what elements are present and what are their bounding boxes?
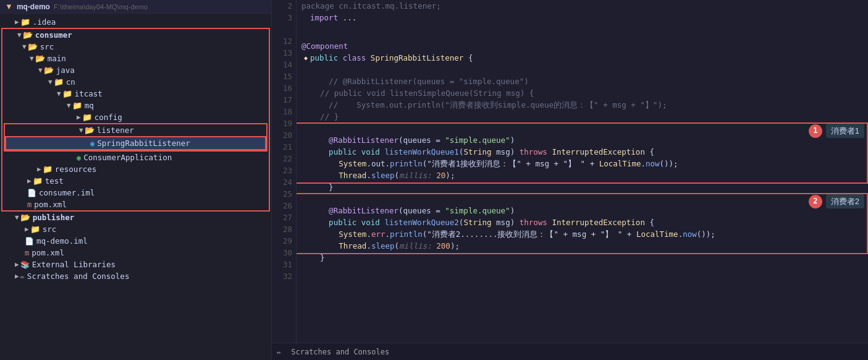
code-line-21: @RabbitListener(queues = "simple.queue") <box>301 134 868 146</box>
code-line-31: } <box>301 252 868 264</box>
scratches-label[interactable]: Scratches and Consoles <box>291 348 389 356</box>
listener-red-box: ▼ 📂 listener ◉ SpringRabbitListener <box>4 123 268 152</box>
java-app-icon: ◉ <box>77 153 81 162</box>
folder-icon: 📁 <box>82 113 92 122</box>
code-line-13: @Component <box>301 40 868 52</box>
code-line-16: // @RabbitListener(queues = "simple.queu… <box>301 75 868 87</box>
sidebar-item-java[interactable]: ▼ 📂 java <box>2 64 269 76</box>
code-line-23: System.out.println("消费者1接收到消息：【" + msg +… <box>301 158 868 169</box>
sidebar-label-scratches: Scratches and Consoles <box>27 272 271 281</box>
sidebar-label-consumer-app: ConsumerApplication <box>83 153 269 162</box>
sidebar-label-src-publisher: src <box>43 225 271 234</box>
sidebar-label-idea: .idea <box>33 17 271 27</box>
folder-icon: 📁 <box>43 165 53 174</box>
project-name: mq-demo <box>17 2 50 11</box>
code-line-27: @RabbitListener(queues = "simple.queue") <box>301 205 868 216</box>
code-line-28: public void listenWorkQueue2(String msg)… <box>301 216 868 228</box>
sidebar-label-cn: cn <box>66 77 269 87</box>
sidebar-label-external-libs: External Libraries <box>32 260 271 269</box>
sidebar-label-resources: resources <box>55 165 269 174</box>
sidebar-content: ▶ 📁 .idea ▼ 📂 consumer ▼ 📂 src <box>0 14 271 360</box>
code-line-29: System.err.println("消费者2........接收到消息：【"… <box>301 228 868 240</box>
folder-icon: 📁 <box>72 101 82 110</box>
sidebar-item-main[interactable]: ▼ 📂 main <box>2 53 269 64</box>
bottom-bar: ✏️ Scratches and Consoles <box>272 343 868 360</box>
iml-icon: 📄 <box>25 237 34 246</box>
sidebar-label-src: src <box>40 42 269 51</box>
code-line-14: ◆ public class SpringRabbitListener { <box>301 52 868 64</box>
sidebar-label-mq-demo-iml: mq-demo.iml <box>36 236 271 246</box>
code-line-26 <box>301 193 868 205</box>
project-title: ▼ mq-demo F:\itheima\day04-MQ\mq-demo <box>0 0 271 14</box>
sidebar-item-idea[interactable]: ▶ 📁 .idea <box>0 16 271 28</box>
code-line-22: public void listenWorkQueue1(String msg)… <box>301 146 868 158</box>
folder-icon: 📁 <box>54 77 64 87</box>
sidebar-item-src[interactable]: ▼ 📂 src <box>2 41 269 53</box>
code-line-19: // } <box>301 111 868 122</box>
code-line-3: import ... <box>301 12 868 24</box>
sidebar-item-itcast[interactable]: ▼ 📁 itcast <box>2 88 269 100</box>
java-class-icon: ◉ <box>90 139 95 148</box>
code-line-gap <box>301 24 868 28</box>
folder-icon: 📁 <box>33 176 43 186</box>
folder-open-icon: 📂 <box>20 213 30 222</box>
line-numbers: 2 3 - 12 13 14 15 16 17 18 19 20 21 22 2… <box>272 0 297 343</box>
sidebar-label-spring-rabbit-listener: SpringRabbitListener <box>97 139 265 148</box>
main-layout: ▼ mq-demo F:\itheima\day04-MQ\mq-demo ▶ … <box>0 0 868 360</box>
code-line-12 <box>301 28 868 40</box>
consumer-red-box: ▼ 📂 consumer ▼ 📂 src ▼ 📂 main <box>1 28 270 212</box>
scratch-icon: ✏️ <box>20 272 25 281</box>
sidebar-item-src-publisher[interactable]: ▶ 📁 src <box>0 223 271 235</box>
sidebar-item-cn[interactable]: ▼ 📁 cn <box>2 76 269 88</box>
xml-icon: m <box>25 249 29 257</box>
sidebar-item-consumer-app[interactable]: ◉ ConsumerApplication <box>2 152 269 163</box>
sidebar-label-main: main <box>48 54 269 63</box>
folder-icon: 📁 <box>62 89 72 98</box>
sidebar-label-pom-publisher: pom.xml <box>32 248 271 257</box>
sidebar-label-pom-consumer: pom.xml <box>34 200 269 209</box>
code-panel: 2 3 - 12 13 14 15 16 17 18 19 20 21 22 2… <box>272 0 868 360</box>
folder-icon: 📂 <box>28 42 38 51</box>
scratch-bottom-icon: ✏️ <box>277 348 281 356</box>
iml-icon: 📄 <box>27 189 36 197</box>
sidebar-item-pom-publisher[interactable]: m pom.xml <box>0 247 271 259</box>
sidebar-item-publisher[interactable]: ▼ 📂 publisher <box>0 212 271 223</box>
collapse-arrow: ▶ <box>15 18 19 26</box>
code-lines: package cn.itcast.mq.listener; import ..… <box>297 0 868 343</box>
project-path: F:\itheima\day04-MQ\mq-demo <box>54 3 148 11</box>
code-line-18: // System.out.println("消费者接收到simple.queu… <box>301 99 868 111</box>
sidebar-item-listener[interactable]: ▼ 📂 listener <box>5 124 266 136</box>
code-line-17: // public void listenSimpleQueue(String … <box>301 87 868 99</box>
sidebar-item-test[interactable]: ▶ 📁 test <box>2 175 269 187</box>
code-line-24: Thread.sleep(millis: 20); <box>301 169 868 181</box>
code-content: 2 3 - 12 13 14 15 16 17 18 19 20 21 22 2… <box>272 0 868 343</box>
folder-icon: 📁 <box>20 17 30 27</box>
sidebar-item-resources[interactable]: ▶ 📁 resources <box>2 163 269 175</box>
sidebar-label-consumer-iml: consumer.iml <box>39 188 269 197</box>
xml-icon: m <box>27 200 32 209</box>
code-line-15 <box>301 64 868 75</box>
java-folder-icon: 📂 <box>44 66 54 75</box>
sidebar-item-pom-consumer[interactable]: m pom.xml <box>2 199 269 210</box>
sidebar-label-test: test <box>45 176 269 186</box>
sidebar-item-mq[interactable]: ▼ 📁 mq <box>2 100 269 111</box>
sidebar-label-config: config <box>95 113 269 122</box>
sidebar-item-consumer-iml[interactable]: 📄 consumer.iml <box>2 187 269 199</box>
sidebar-item-spring-rabbit-listener[interactable]: ◉ SpringRabbitListener <box>5 136 266 150</box>
folder-open-icon: 📂 <box>85 126 95 135</box>
sidebar-label-itcast: itcast <box>75 89 269 98</box>
code-line-30: Thread.sleep(millis: 200); <box>301 240 868 252</box>
sidebar-item-consumer[interactable]: ▼ 📂 consumer <box>2 29 269 41</box>
sidebar-label-consumer: consumer <box>35 30 269 40</box>
folder-icon: ▼ <box>5 2 13 11</box>
sidebar-item-mq-demo-iml[interactable]: 📄 mq-demo.iml <box>0 235 271 247</box>
sidebar-item-scratches[interactable]: ▶ ✏️ Scratches and Consoles <box>0 270 271 282</box>
folder-open-icon: 📂 <box>23 30 33 40</box>
sidebar-item-config[interactable]: ▶ 📁 config <box>2 111 269 123</box>
code-line-25: } <box>301 181 868 193</box>
folder-icon: 📂 <box>35 54 45 63</box>
sidebar-label-mq: mq <box>85 101 269 110</box>
sidebar-label-publisher: publisher <box>33 213 271 222</box>
sidebar-item-external-libs[interactable]: ▶ 📚 External Libraries <box>0 259 271 270</box>
sidebar-label-listener: listener <box>97 126 266 135</box>
